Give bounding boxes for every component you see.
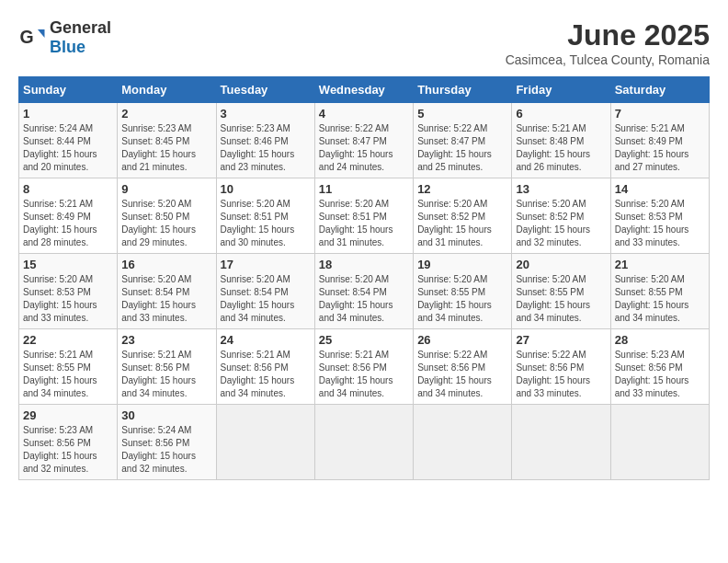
day-number: 25 (319, 333, 409, 347)
day-number: 28 (615, 333, 705, 347)
calendar-cell-day-21: 21Sunrise: 5:20 AM Sunset: 8:55 PM Dayli… (610, 254, 709, 329)
day-info: Sunrise: 5:22 AM Sunset: 8:56 PM Dayligh… (516, 349, 606, 400)
day-number: 7 (615, 107, 705, 121)
calendar-week-row: 29Sunrise: 5:23 AM Sunset: 8:56 PM Dayli… (19, 405, 710, 480)
day-info: Sunrise: 5:20 AM Sunset: 8:53 PM Dayligh… (615, 198, 705, 249)
day-info: Sunrise: 5:20 AM Sunset: 8:54 PM Dayligh… (221, 273, 311, 325)
day-number: 19 (417, 258, 507, 271)
calendar-cell-day-18: 18Sunrise: 5:20 AM Sunset: 8:54 PM Dayli… (314, 254, 413, 329)
day-info: Sunrise: 5:23 AM Sunset: 8:45 PM Dayligh… (121, 122, 211, 174)
day-info: Sunrise: 5:20 AM Sunset: 8:55 PM Dayligh… (417, 273, 507, 325)
logo-icon: G (18, 24, 46, 52)
calendar-week-row: 22Sunrise: 5:21 AM Sunset: 8:55 PM Dayli… (19, 329, 710, 405)
day-info: Sunrise: 5:20 AM Sunset: 8:54 PM Dayligh… (121, 273, 211, 325)
calendar-cell-day-24: 24Sunrise: 5:21 AM Sunset: 8:56 PM Dayli… (216, 329, 314, 405)
day-info: Sunrise: 5:23 AM Sunset: 8:46 PM Dayligh… (221, 122, 311, 174)
day-info: Sunrise: 5:20 AM Sunset: 8:52 PM Dayligh… (516, 198, 606, 249)
calendar-cell-empty (314, 405, 413, 480)
day-number: 30 (121, 408, 211, 422)
day-info: Sunrise: 5:23 AM Sunset: 8:56 PM Dayligh… (615, 349, 705, 400)
day-info: Sunrise: 5:24 AM Sunset: 8:44 PM Dayligh… (23, 122, 113, 174)
day-info: Sunrise: 5:22 AM Sunset: 8:47 PM Dayligh… (319, 122, 409, 174)
calendar-cell-day-12: 12Sunrise: 5:20 AM Sunset: 8:52 PM Dayli… (414, 178, 512, 254)
day-number: 11 (319, 182, 409, 196)
header-cell-saturday: Saturday (610, 77, 709, 103)
day-number: 4 (319, 107, 409, 121)
calendar-cell-day-30: 30Sunrise: 5:24 AM Sunset: 8:56 PM Dayli… (118, 405, 216, 480)
calendar-cell-day-28: 28Sunrise: 5:23 AM Sunset: 8:56 PM Dayli… (610, 329, 709, 405)
day-info: Sunrise: 5:22 AM Sunset: 8:56 PM Dayligh… (417, 349, 507, 400)
day-info: Sunrise: 5:20 AM Sunset: 8:54 PM Dayligh… (319, 273, 409, 325)
day-number: 3 (221, 107, 311, 121)
header-cell-monday: Monday (118, 77, 216, 103)
calendar-cell-day-13: 13Sunrise: 5:20 AM Sunset: 8:52 PM Dayli… (512, 178, 610, 254)
day-number: 10 (221, 182, 311, 196)
day-number: 26 (417, 333, 507, 347)
calendar-cell-day-15: 15Sunrise: 5:20 AM Sunset: 8:53 PM Dayli… (19, 254, 118, 329)
day-number: 14 (615, 182, 705, 196)
day-info: Sunrise: 5:22 AM Sunset: 8:47 PM Dayligh… (417, 122, 507, 174)
day-number: 1 (23, 107, 113, 121)
day-info: Sunrise: 5:23 AM Sunset: 8:56 PM Dayligh… (23, 424, 113, 476)
day-info: Sunrise: 5:20 AM Sunset: 8:51 PM Dayligh… (221, 198, 311, 249)
calendar-cell-day-11: 11Sunrise: 5:20 AM Sunset: 8:51 PM Dayli… (314, 178, 413, 254)
calendar-cell-day-5: 5Sunrise: 5:22 AM Sunset: 8:47 PM Daylig… (414, 103, 512, 178)
day-info: Sunrise: 5:20 AM Sunset: 8:50 PM Dayligh… (121, 198, 211, 249)
calendar-cell-day-6: 6Sunrise: 5:21 AM Sunset: 8:48 PM Daylig… (512, 103, 610, 178)
day-info: Sunrise: 5:21 AM Sunset: 8:48 PM Dayligh… (516, 122, 606, 174)
day-number: 18 (319, 258, 409, 271)
calendar-cell-day-23: 23Sunrise: 5:21 AM Sunset: 8:56 PM Dayli… (118, 329, 216, 405)
header-cell-tuesday: Tuesday (216, 77, 314, 103)
header-cell-wednesday: Wednesday (314, 77, 413, 103)
day-number: 2 (121, 107, 211, 121)
calendar-cell-day-27: 27Sunrise: 5:22 AM Sunset: 8:56 PM Dayli… (512, 329, 610, 405)
day-info: Sunrise: 5:20 AM Sunset: 8:55 PM Dayligh… (615, 273, 705, 325)
calendar-cell-day-7: 7Sunrise: 5:21 AM Sunset: 8:49 PM Daylig… (610, 103, 709, 178)
logo: G General Blue (18, 18, 111, 57)
calendar-cell-day-1: 1Sunrise: 5:24 AM Sunset: 8:44 PM Daylig… (19, 103, 118, 178)
calendar-cell-empty (216, 405, 314, 480)
calendar-cell-empty (414, 405, 512, 480)
day-number: 27 (516, 333, 606, 347)
day-number: 22 (23, 333, 113, 347)
calendar-cell-day-26: 26Sunrise: 5:22 AM Sunset: 8:56 PM Dayli… (414, 329, 512, 405)
day-number: 29 (23, 408, 113, 422)
svg-text:G: G (20, 27, 34, 47)
calendar-week-row: 15Sunrise: 5:20 AM Sunset: 8:53 PM Dayli… (19, 254, 710, 329)
calendar-cell-day-19: 19Sunrise: 5:20 AM Sunset: 8:55 PM Dayli… (414, 254, 512, 329)
day-info: Sunrise: 5:21 AM Sunset: 8:56 PM Dayligh… (319, 349, 409, 400)
calendar-cell-day-14: 14Sunrise: 5:20 AM Sunset: 8:53 PM Dayli… (610, 178, 709, 254)
day-info: Sunrise: 5:20 AM Sunset: 8:55 PM Dayligh… (516, 273, 606, 325)
calendar-title: June 2025 (506, 18, 710, 52)
calendar-cell-empty (610, 405, 709, 480)
header-row: SundayMondayTuesdayWednesdayThursdayFrid… (19, 77, 710, 103)
day-info: Sunrise: 5:24 AM Sunset: 8:56 PM Dayligh… (121, 424, 211, 476)
header-cell-thursday: Thursday (414, 77, 512, 103)
calendar-cell-day-29: 29Sunrise: 5:23 AM Sunset: 8:56 PM Dayli… (19, 405, 118, 480)
day-info: Sunrise: 5:21 AM Sunset: 8:56 PM Dayligh… (121, 349, 211, 400)
calendar-cell-day-2: 2Sunrise: 5:23 AM Sunset: 8:45 PM Daylig… (118, 103, 216, 178)
day-info: Sunrise: 5:20 AM Sunset: 8:51 PM Dayligh… (319, 198, 409, 249)
day-number: 9 (121, 182, 211, 196)
day-info: Sunrise: 5:20 AM Sunset: 8:52 PM Dayligh… (417, 198, 507, 249)
calendar-cell-day-22: 22Sunrise: 5:21 AM Sunset: 8:55 PM Dayli… (19, 329, 118, 405)
calendar-cell-day-9: 9Sunrise: 5:20 AM Sunset: 8:50 PM Daylig… (118, 178, 216, 254)
calendar-table: SundayMondayTuesdayWednesdayThursdayFrid… (18, 76, 710, 480)
calendar-week-row: 8Sunrise: 5:21 AM Sunset: 8:49 PM Daylig… (19, 178, 710, 254)
calendar-cell-day-17: 17Sunrise: 5:20 AM Sunset: 8:54 PM Dayli… (216, 254, 314, 329)
day-number: 24 (221, 333, 311, 347)
day-info: Sunrise: 5:21 AM Sunset: 8:49 PM Dayligh… (615, 122, 705, 174)
day-number: 8 (23, 182, 113, 196)
header-cell-sunday: Sunday (19, 77, 118, 103)
day-info: Sunrise: 5:20 AM Sunset: 8:53 PM Dayligh… (23, 273, 113, 325)
day-info: Sunrise: 5:21 AM Sunset: 8:56 PM Dayligh… (221, 349, 311, 400)
header: G General Blue June 2025 Casimcea, Tulce… (18, 18, 710, 67)
day-number: 6 (516, 107, 606, 121)
day-number: 21 (615, 258, 705, 271)
calendar-subtitle: Casimcea, Tulcea County, Romania (506, 52, 710, 67)
day-number: 12 (417, 182, 507, 196)
svg-marker-1 (38, 29, 45, 38)
day-number: 13 (516, 182, 606, 196)
logo-general-text: General (50, 18, 111, 37)
calendar-cell-day-25: 25Sunrise: 5:21 AM Sunset: 8:56 PM Dayli… (314, 329, 413, 405)
